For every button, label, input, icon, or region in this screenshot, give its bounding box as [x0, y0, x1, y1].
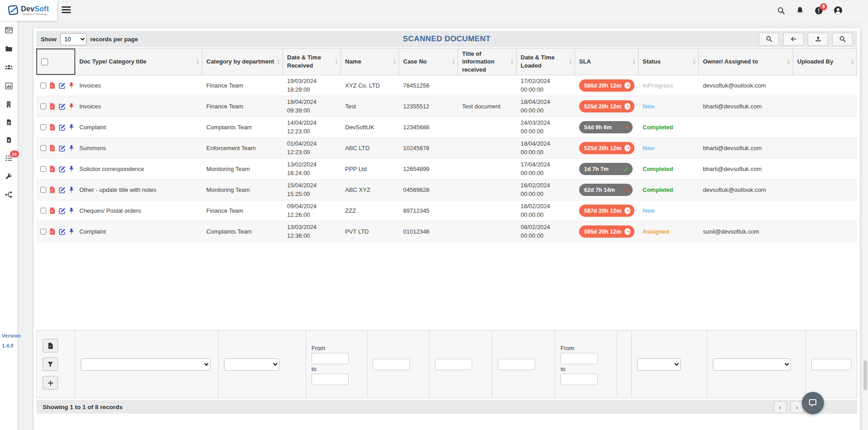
edit-icon[interactable]	[59, 103, 66, 110]
edit-icon[interactable]	[59, 166, 66, 173]
edit-icon[interactable]	[59, 228, 66, 235]
column-header-title-info[interactable]: Title of information received▲▼	[458, 49, 517, 75]
table-row[interactable]: Complaint Complaints Team 13/03/202412:3…	[36, 221, 857, 242]
prev-page-button[interactable]: ‹	[774, 401, 787, 413]
pdf-icon[interactable]	[49, 124, 55, 131]
sidebar-item-tasks[interactable]: 23	[5, 154, 13, 164]
sidebar-item-dashboard[interactable]	[5, 26, 13, 36]
advanced-search-button[interactable]	[832, 33, 853, 46]
filter-case-no-input[interactable]	[435, 359, 472, 370]
row-checkbox[interactable]	[40, 166, 46, 172]
pin-icon[interactable]	[69, 103, 74, 110]
row-checkbox[interactable]	[40, 207, 46, 214]
cell-date-received: 13/03/202412:36:00	[283, 221, 341, 242]
add-filter-button[interactable]	[43, 376, 58, 390]
sidebar-item-users[interactable]	[5, 64, 13, 73]
cell-category: Finance Team	[202, 200, 283, 221]
menu-toggle-button[interactable]	[62, 6, 71, 15]
pdf-icon[interactable]	[49, 166, 55, 172]
edit-icon[interactable]	[59, 82, 66, 89]
filter-loaded-from-input[interactable]	[561, 353, 598, 364]
edit-icon[interactable]	[59, 124, 66, 131]
cell-uploaded-by	[793, 75, 857, 96]
sidebar-item-organisation[interactable]	[5, 101, 12, 110]
filter-owner-select[interactable]	[713, 358, 791, 371]
sidebar-item-settings[interactable]	[5, 173, 12, 182]
cell-name: XYZ Co. LTD	[341, 75, 399, 96]
column-header-category[interactable]: Category by department▲▼	[202, 49, 283, 75]
notifications-bell-icon[interactable]	[796, 6, 804, 15]
pdf-icon[interactable]	[49, 186, 55, 193]
upload-button[interactable]	[808, 33, 828, 46]
table-row[interactable]: Other - update title with notes Monitori…	[36, 180, 857, 200]
column-header-date-loaded[interactable]: Date & Time Loaded▲▼	[517, 49, 575, 75]
column-header-doc-type[interactable]: Doc Type/ Category title▲▼	[75, 49, 202, 75]
table-row[interactable]: Cheques/ Postal orders Finance Team 09/0…	[36, 200, 857, 221]
filter-title-input[interactable]	[498, 359, 535, 370]
cell-sla: 62d 7h 14m×	[575, 180, 639, 200]
filter-doc-type-select[interactable]	[81, 358, 210, 371]
search-icon[interactable]	[777, 6, 785, 15]
table-row[interactable]: Invoices Finance Team 18/04/202409:39:00…	[36, 96, 857, 117]
sidebar-item-reports[interactable]	[5, 82, 13, 92]
app-logo[interactable]: DevSoft Software & Technology	[0, 0, 57, 21]
edit-icon[interactable]	[59, 207, 66, 215]
cell-sla: 525d 20h 12m	[575, 96, 639, 117]
chat-button[interactable]	[802, 392, 824, 414]
row-checkbox[interactable]	[40, 103, 46, 110]
pdf-icon[interactable]	[49, 145, 55, 151]
pin-icon[interactable]	[69, 186, 74, 193]
row-checkbox[interactable]	[40, 124, 46, 131]
alerts-icon[interactable]: 8	[814, 6, 823, 15]
table-row[interactable]: Invoices Finance Team 19/03/202418:29:00…	[36, 75, 857, 96]
filter-received-from-input[interactable]	[312, 353, 349, 364]
pdf-icon[interactable]	[49, 82, 55, 89]
user-avatar-icon[interactable]	[834, 6, 843, 15]
row-checkbox[interactable]	[40, 82, 46, 89]
column-header-status[interactable]: Status▲▼	[639, 49, 699, 75]
filter-category-select[interactable]	[224, 358, 279, 371]
sidebar-item-scanned-documents[interactable]	[5, 119, 12, 127]
cell-category: Monitoring Team	[202, 180, 283, 200]
column-header-date-received[interactable]: Date & Time Received▲▼	[283, 49, 341, 75]
column-header-owner[interactable]: Owner/ Assigned to▲▼	[699, 49, 793, 75]
table-row[interactable]: Complaint Complaints Team 14/04/202412:2…	[36, 117, 857, 138]
back-button[interactable]	[783, 33, 804, 46]
filter-uploaded-by-input[interactable]	[811, 359, 851, 370]
pin-icon[interactable]	[69, 124, 74, 131]
sidebar-item-invoices[interactable]: $	[5, 137, 12, 145]
pin-icon[interactable]	[69, 207, 74, 214]
filter-status-select[interactable]	[637, 358, 681, 371]
row-checkbox[interactable]	[40, 186, 46, 193]
pin-icon[interactable]	[69, 166, 74, 172]
table-row[interactable]: Summons Enforcement Team 01/04/202412:23…	[36, 138, 857, 159]
export-pdf-button[interactable]	[43, 339, 58, 352]
column-header-uploaded-by[interactable]: Uploaded By▲▼	[793, 49, 857, 75]
pdf-icon[interactable]	[49, 207, 55, 214]
filter-loaded-to-input[interactable]	[561, 374, 598, 385]
sidebar-item-documents[interactable]	[5, 45, 13, 54]
filter-name-input[interactable]	[373, 359, 410, 370]
filter-received-to-input[interactable]	[312, 374, 349, 385]
table-row[interactable]: Solicitor correspondence Monitoring Team…	[36, 159, 857, 180]
pin-icon[interactable]	[69, 82, 74, 89]
filter-button[interactable]	[43, 357, 58, 371]
pdf-icon[interactable]	[49, 103, 55, 110]
column-header-name[interactable]: Name▲▼	[341, 49, 399, 75]
column-header-sla[interactable]: SLA▲▼	[575, 49, 639, 75]
sidebar-item-workflow[interactable]	[5, 191, 12, 200]
edit-icon[interactable]	[59, 186, 66, 194]
page-size-select[interactable]: 10	[60, 33, 87, 45]
pin-icon[interactable]	[69, 228, 74, 235]
search-toggle-button[interactable]	[759, 33, 779, 46]
edit-icon[interactable]	[59, 145, 66, 152]
column-header-case-no[interactable]: Case No▲▼	[399, 49, 458, 75]
select-all-checkbox[interactable]	[41, 59, 48, 65]
row-checkbox[interactable]	[40, 145, 46, 151]
row-checkbox[interactable]	[40, 228, 46, 235]
page-scrollbar[interactable]	[863, 21, 868, 430]
scrollbar-thumb[interactable]	[863, 361, 867, 391]
pin-icon[interactable]	[69, 145, 74, 151]
cell-name: ABC LTD	[341, 138, 399, 158]
pdf-icon[interactable]	[49, 228, 55, 235]
